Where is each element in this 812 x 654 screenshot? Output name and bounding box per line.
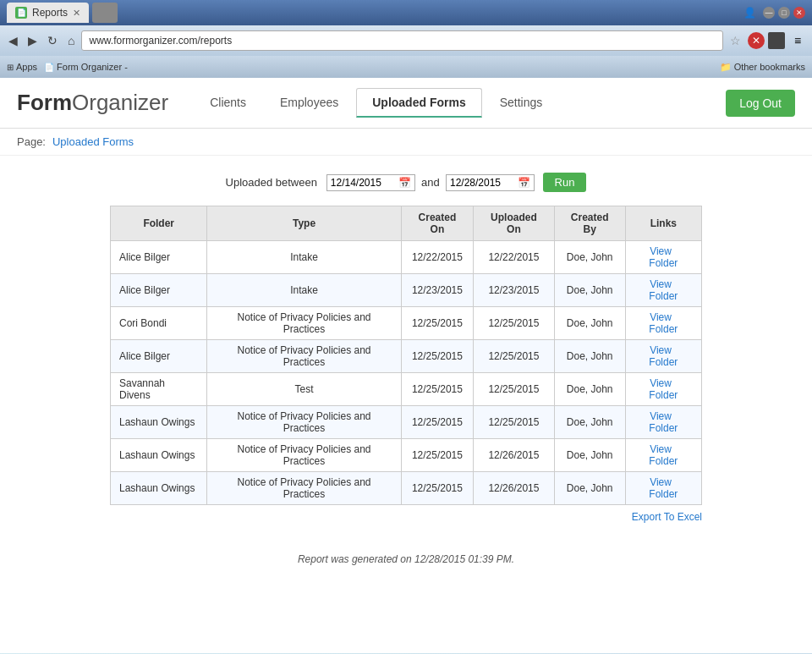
- cell-type: Notice of Privacy Policies and Practices: [207, 439, 401, 472]
- folder-link[interactable]: Folder: [649, 389, 678, 401]
- cell-type: Notice of Privacy Policies and Practices: [207, 406, 401, 439]
- bookmarks-bar: ⊞ Apps 📄 Form Organizer - 📁 Other bookma…: [0, 56, 812, 78]
- cell-type: Test: [207, 373, 401, 406]
- cell-created-on: 12/25/2015: [401, 373, 474, 406]
- cell-created-on: 12/25/2015: [401, 472, 474, 505]
- cell-folder: Alice Bilger: [111, 274, 207, 307]
- tab-title: Reports: [32, 7, 68, 19]
- view-link[interactable]: View: [650, 344, 672, 356]
- nav-icons: ✕ ≡: [748, 31, 807, 50]
- cell-created-on: 12/22/2015: [401, 241, 474, 274]
- bookmark-form-organizer[interactable]: 📄 Form Organizer -: [44, 62, 128, 72]
- calendar-to-icon[interactable]: 📅: [518, 177, 530, 189]
- reload-button[interactable]: ↻: [44, 32, 61, 49]
- site-logo: FormOrganizer: [17, 90, 168, 116]
- col-links: Links: [625, 206, 701, 241]
- cell-created-by: Doe, John: [554, 406, 625, 439]
- address-bar[interactable]: [81, 30, 723, 51]
- calendar-from-icon[interactable]: 📅: [398, 177, 411, 189]
- view-link[interactable]: View: [650, 278, 672, 290]
- tab-clients[interactable]: Clients: [194, 88, 262, 118]
- folder-link[interactable]: Folder: [649, 455, 678, 467]
- nav-bar: ◀ ▶ ↻ ⌂ ☆ ✕ ≡: [0, 25, 812, 56]
- bookmark-apps-label: Apps: [16, 62, 37, 72]
- date-to-input[interactable]: [450, 177, 518, 189]
- browser-tab[interactable]: 📄 Reports ✕: [7, 3, 89, 23]
- page-wrapper: FormOrganizer Clients Employees Uploaded…: [0, 78, 812, 653]
- cell-type: Notice of Privacy Policies and Practices: [207, 307, 401, 340]
- menu-button[interactable]: ≡: [788, 31, 807, 50]
- view-link[interactable]: View: [650, 443, 672, 455]
- logout-button[interactable]: Log Out: [726, 90, 795, 117]
- home-button[interactable]: ⌂: [64, 32, 78, 49]
- folder-link[interactable]: Folder: [649, 488, 678, 500]
- tab-employees[interactable]: Employees: [264, 88, 354, 118]
- maximize-button[interactable]: □: [778, 7, 790, 19]
- and-text: and: [421, 176, 440, 189]
- export-row: Export To Excel: [110, 505, 702, 528]
- bookmark-star-icon[interactable]: ☆: [727, 34, 744, 47]
- cell-created-by: Doe, John: [554, 307, 625, 340]
- folder-link[interactable]: Folder: [649, 290, 678, 302]
- close-button[interactable]: ✕: [793, 7, 805, 19]
- cell-uploaded-on: 12/25/2015: [474, 373, 554, 406]
- folder-link[interactable]: Folder: [649, 422, 678, 434]
- tab-close-button[interactable]: ✕: [73, 8, 80, 19]
- view-link[interactable]: View: [650, 245, 672, 257]
- other-bookmarks[interactable]: 📁 Other bookmarks: [720, 62, 805, 73]
- folder-link[interactable]: Folder: [649, 356, 678, 368]
- breadcrumb-uploaded-forms[interactable]: Uploaded Forms: [52, 135, 134, 148]
- export-to-excel-link[interactable]: Export To Excel: [632, 511, 702, 523]
- cell-uploaded-on: 12/25/2015: [474, 340, 554, 373]
- nav-icon-1[interactable]: ✕: [748, 32, 765, 49]
- folder-link[interactable]: Folder: [649, 257, 678, 269]
- page-label-text: Page:: [17, 135, 46, 148]
- cell-folder: Lashaun Owings: [111, 472, 207, 505]
- table-row: Alice Bilger Intake 12/22/2015 12/22/201…: [111, 241, 702, 274]
- cell-created-by: Doe, John: [554, 439, 625, 472]
- col-created-on: Created On: [401, 206, 474, 241]
- minimize-button[interactable]: —: [763, 7, 775, 19]
- cell-links: View Folder: [625, 406, 701, 439]
- cell-created-by: Doe, John: [554, 274, 625, 307]
- date-from-input-wrap: 📅: [326, 174, 415, 191]
- tab-uploaded-forms[interactable]: Uploaded Forms: [356, 88, 481, 118]
- cell-created-by: Doe, John: [554, 472, 625, 505]
- cell-created-by: Doe, John: [554, 241, 625, 274]
- date-to-input-wrap: 📅: [446, 174, 535, 191]
- cell-links: View Folder: [625, 373, 701, 406]
- back-button[interactable]: ◀: [5, 32, 21, 49]
- cell-folder: Lashaun Owings: [111, 439, 207, 472]
- cell-created-by: Doe, John: [554, 373, 625, 406]
- other-bookmarks-label: Other bookmarks: [734, 62, 805, 72]
- run-button[interactable]: Run: [543, 173, 587, 192]
- cell-links: View Folder: [625, 274, 701, 307]
- cell-links: View Folder: [625, 340, 701, 373]
- date-from-input[interactable]: [331, 177, 398, 189]
- nav-icon-2[interactable]: [768, 32, 785, 49]
- cell-created-on: 12/23/2015: [401, 274, 474, 307]
- col-type: Type: [207, 206, 401, 241]
- view-link[interactable]: View: [650, 377, 672, 389]
- cell-created-by: Doe, John: [554, 340, 625, 373]
- cell-uploaded-on: 12/25/2015: [474, 307, 554, 340]
- new-tab-button[interactable]: [92, 3, 118, 23]
- col-uploaded-on: Uploaded On: [474, 206, 554, 241]
- col-created-by: Created By: [554, 206, 625, 241]
- forward-button[interactable]: ▶: [25, 32, 41, 49]
- tab-settings[interactable]: Settings: [484, 88, 559, 118]
- cell-links: View Folder: [625, 439, 701, 472]
- view-link[interactable]: View: [650, 476, 672, 488]
- report-footer: Report was generated on 12/28/2015 01:39…: [17, 553, 795, 565]
- cell-uploaded-on: 12/25/2015: [474, 406, 554, 439]
- folder-link[interactable]: Folder: [649, 323, 678, 335]
- cell-created-on: 12/25/2015: [401, 307, 474, 340]
- user-icon: 👤: [743, 7, 756, 19]
- report-generated-text: Report was generated on 12/28/2015 01:39…: [298, 553, 514, 565]
- col-folder: Folder: [111, 206, 207, 241]
- bookmark-apps[interactable]: ⊞ Apps: [7, 62, 37, 72]
- window-controls: 👤 — □ ✕: [743, 7, 805, 19]
- logo-form: Form: [17, 90, 72, 115]
- view-link[interactable]: View: [650, 311, 672, 323]
- view-link[interactable]: View: [650, 410, 672, 422]
